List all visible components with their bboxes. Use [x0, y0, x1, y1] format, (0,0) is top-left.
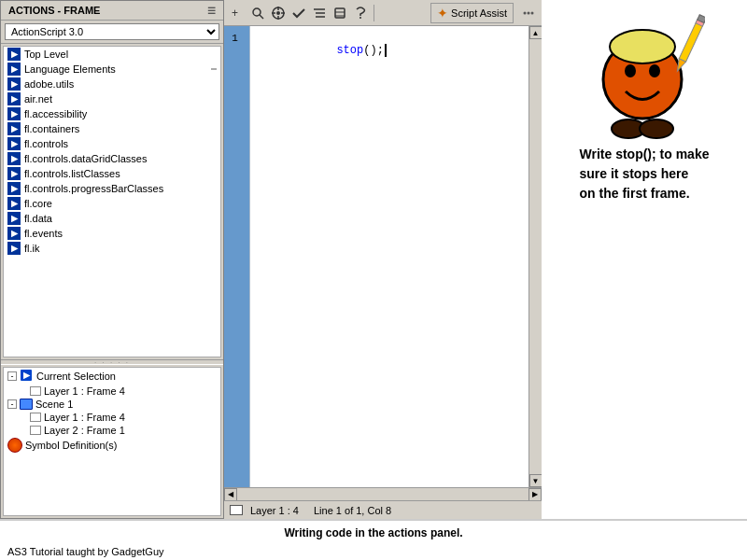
item-label-flcontrols: fl.controls	[24, 138, 68, 149]
tree-item-frame4-cs[interactable]: Layer 1 : Frame 4	[4, 385, 220, 398]
tree-header-current[interactable]: - ▶ Current Selection	[4, 368, 220, 385]
insert-target-btn[interactable]	[269, 4, 288, 22]
expand-icon-scene1[interactable]: -	[7, 399, 17, 409]
scroll-down-btn[interactable]: ▼	[529, 474, 543, 487]
tree-label-frame4-cs: Layer 1 : Frame 4	[44, 385, 125, 397]
scrollbar-indicator	[211, 68, 217, 70]
status-position: Line 1 of 1, Col 8	[314, 505, 391, 516]
list-item-adobe[interactable]: ▶ adobe.utils	[4, 77, 220, 91]
panel-divider[interactable]: · · · · ·	[1, 359, 223, 365]
item-icon-flcontrols: ▶	[7, 137, 21, 150]
tree-item-frame1-s1[interactable]: Layer 2 : Frame 1	[4, 424, 220, 437]
item-icon-adobe: ▶	[7, 77, 21, 91]
list-item-flcontrolspb[interactable]: ▶ fl.controls.progressBarClasses	[4, 181, 220, 196]
dropdown-bar: ActionScript 3.0	[1, 21, 223, 44]
attribution: AS3 Tutorial taught by GadgetGuy	[0, 543, 747, 560]
svg-line-4	[260, 15, 263, 19]
item-icon-flcontain: ▶	[7, 122, 21, 135]
item-icon-flcore: ▶	[7, 197, 21, 210]
item-label-flik: fl.ik	[24, 243, 40, 254]
wand-icon: ✦	[437, 6, 448, 21]
panel-title: ACTIONS - FRAME	[8, 5, 100, 16]
list-item-flevents[interactable]: ▶ fl.events	[4, 226, 220, 241]
code-editor[interactable]: 1 stop(); ▲ ▼	[224, 26, 542, 487]
list-item-air[interactable]: ▶ air.net	[4, 91, 220, 106]
svg-point-24	[610, 30, 675, 63]
panel-options-btn[interactable]	[519, 4, 538, 22]
item-label-flevents: fl.events	[24, 228, 63, 239]
svg-text:▶: ▶	[23, 371, 31, 380]
item-icon-air: ▶	[7, 92, 21, 105]
item-icon-flevents: ▶	[7, 227, 21, 240]
list-item-flcontain[interactable]: ▶ fl.containers	[4, 121, 220, 136]
item-icon-toplevel: ▶	[7, 48, 21, 61]
item-icon-fldata: ▶	[7, 212, 21, 225]
main-caption: Writing code in the actions panel.	[0, 520, 747, 543]
left-panel: ACTIONS - FRAME ☰ ActionScript 3.0 ▶ Top…	[0, 0, 224, 519]
help-btn[interactable]	[351, 4, 370, 22]
tree-item-scene1[interactable]: - Scene 1	[4, 398, 220, 411]
svg-point-17	[359, 17, 361, 19]
tree-item-symbol[interactable]: Symbol Definition(s)	[4, 437, 220, 454]
bottom-area: Writing code in the actions panel. AS3 T…	[0, 519, 747, 560]
code-line-1: stop();	[256, 28, 523, 73]
item-label-toplevel: Top Level	[24, 49, 68, 60]
svg-point-3	[253, 8, 261, 16]
actions-area: ACTIONS - FRAME ☰ ActionScript 3.0 ▶ Top…	[0, 0, 747, 519]
right-panel: +	[224, 0, 542, 519]
list-item-flcore[interactable]: ▶ fl.core	[4, 196, 220, 211]
auto-format-btn[interactable]	[310, 4, 329, 22]
list-item-language[interactable]: ▶ Language Elements	[4, 62, 220, 77]
frame-icon-cs	[30, 386, 41, 396]
actionscript-version-select[interactable]: ActionScript 3.0	[5, 23, 219, 40]
code-parens: ();	[363, 44, 384, 57]
item-icon-language: ▶	[7, 63, 21, 76]
panel-menu-icon[interactable]: ☰	[207, 6, 216, 16]
scroll-right-btn[interactable]: ▶	[529, 488, 542, 501]
item-icon-flcontrolslist: ▶	[7, 167, 21, 180]
item-label-flcore: fl.core	[24, 198, 52, 209]
item-label-language: Language Elements	[24, 63, 116, 75]
svg-point-26	[649, 64, 660, 77]
item-label-fldata: fl.data	[24, 213, 52, 224]
status-frame-label: Layer 1 : 4	[250, 505, 299, 516]
scroll-up-btn[interactable]: ▲	[529, 26, 543, 39]
list-item-flcontrolsdg[interactable]: ▶ fl.controls.dataGridClasses	[4, 151, 220, 166]
svg-point-25	[625, 64, 636, 77]
svg-point-20	[531, 11, 534, 14]
list-item-flik[interactable]: ▶ fl.ik	[4, 241, 220, 256]
info-text-block: Write stop(); to make sure it stops here…	[580, 145, 710, 203]
list-item-fldata[interactable]: ▶ fl.data	[4, 211, 220, 226]
scroll-h-track	[237, 489, 529, 500]
svg-point-18	[524, 11, 527, 14]
add-statement-btn[interactable]: +	[228, 4, 247, 22]
scene-icon	[20, 399, 33, 410]
expand-icon-current[interactable]: -	[7, 371, 17, 381]
list-item-flcontrols[interactable]: ▶ fl.controls	[4, 136, 220, 151]
list-item-toplevel[interactable]: ▶ Top Level	[4, 47, 220, 62]
code-content-area[interactable]: stop();	[250, 26, 529, 487]
svg-rect-27	[679, 21, 703, 62]
item-label-flcontrolsdg: fl.controls.dataGridClasses	[24, 153, 147, 164]
item-icon-flik: ▶	[7, 242, 21, 255]
info-panel: Write stop(); to make sure it stops here…	[542, 0, 747, 519]
vertical-scrollbar[interactable]: ▲ ▼	[529, 26, 542, 487]
tree-panel[interactable]: - ▶ Current Selection Layer 1 : Frame 4	[3, 367, 221, 516]
script-assist-button[interactable]: ✦ Script Assist	[430, 3, 514, 23]
script-list[interactable]: ▶ Top Level ▶ Language Elements ▶ adobe.…	[3, 46, 221, 357]
current-selection-icon: ▶	[20, 369, 33, 384]
tree-label-symbol: Symbol Definition(s)	[25, 440, 117, 451]
list-item-flaccess[interactable]: ▶ fl.accessibility	[4, 106, 220, 121]
horizontal-scrollbar[interactable]: ◀ ▶	[224, 487, 542, 500]
list-item-flcontrolslist[interactable]: ▶ fl.controls.listClasses	[4, 166, 220, 181]
frame-icon-s1	[30, 413, 41, 422]
frame-status-icon	[230, 505, 243, 515]
check-syntax-btn[interactable]	[289, 4, 308, 22]
item-label-flcontrolslist: fl.controls.listClasses	[24, 168, 120, 179]
find-replace-btn[interactable]	[248, 4, 267, 22]
svg-text:+: +	[232, 7, 238, 20]
item-icon-flcontrolspb: ▶	[7, 182, 21, 195]
debug-options-btn[interactable]	[331, 4, 349, 22]
tree-item-frame4-s1[interactable]: Layer 1 : Frame 4	[4, 411, 220, 424]
scroll-left-btn[interactable]: ◀	[224, 488, 237, 501]
